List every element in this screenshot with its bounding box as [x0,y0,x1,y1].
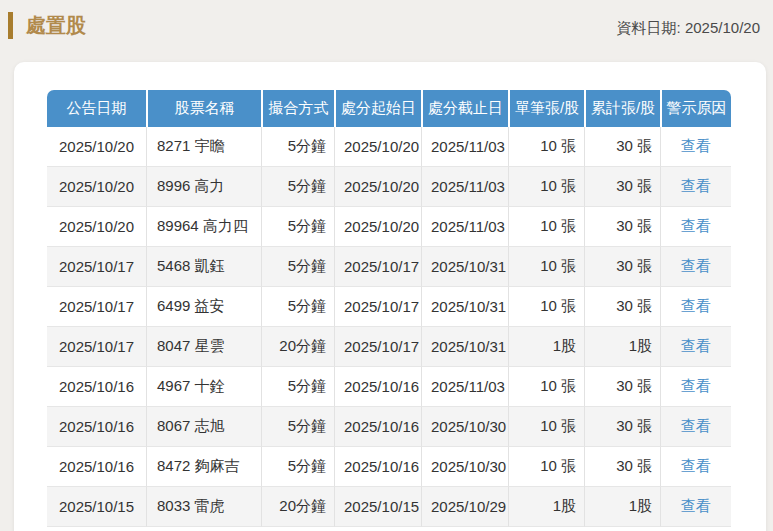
col-header-matching-method: 撮合方式 [261,90,334,127]
disposal-stock-table: 公告日期 股票名稱 撮合方式 處分起始日 處分截止日 單筆張/股 累計張/股 警… [47,90,731,527]
col-header-alert-reason: 警示原因 [660,90,731,127]
page-title: 處置股 [8,10,86,40]
cell-alert-reason: 查看 [660,207,731,247]
view-link[interactable]: 查看 [681,297,711,314]
col-header-disposal-start-date: 處分起始日 [334,90,421,127]
table-row: 2025/10/158033 雷虎20分鐘2025/10/152025/10/2… [47,487,731,527]
cell-alert-reason: 查看 [660,487,731,527]
view-link[interactable]: 查看 [681,217,711,234]
cell-disposal-start-date: 2025/10/20 [334,127,421,167]
cell-announce-date: 2025/10/16 [47,367,146,407]
page-title-text: 處置股 [26,10,86,40]
cell-disposal-end-date: 2025/11/03 [421,167,508,207]
cell-disposal-start-date: 2025/10/20 [334,167,421,207]
table-row: 2025/10/2089964 高力四5分鐘2025/10/202025/11/… [47,207,731,247]
cell-disposal-start-date: 2025/10/16 [334,447,421,487]
cell-cumulative-limit: 30 張 [584,287,660,327]
content-card: 公告日期 股票名稱 撮合方式 處分起始日 處分截止日 單筆張/股 累計張/股 警… [14,62,766,531]
cell-announce-date: 2025/10/20 [47,127,146,167]
cell-disposal-end-date: 2025/10/30 [421,447,508,487]
view-link[interactable]: 查看 [681,457,711,474]
cell-alert-reason: 查看 [660,407,731,447]
cell-matching-method: 5分鐘 [261,127,334,167]
cell-cumulative-limit: 30 張 [584,207,660,247]
cell-disposal-start-date: 2025/10/17 [334,287,421,327]
view-link[interactable]: 查看 [681,417,711,434]
table-row: 2025/10/208996 高力5分鐘2025/10/202025/11/03… [47,167,731,207]
cell-disposal-end-date: 2025/11/03 [421,127,508,167]
cell-announce-date: 2025/10/17 [47,247,146,287]
cell-single-order-limit: 10 張 [508,287,584,327]
col-header-cumulative-limit: 累計張/股 [584,90,660,127]
cell-single-order-limit: 10 張 [508,447,584,487]
cell-cumulative-limit: 30 張 [584,167,660,207]
cell-alert-reason: 查看 [660,447,731,487]
cell-alert-reason: 查看 [660,327,731,367]
top-bar: 處置股 資料日期: 2025/10/20 [0,0,773,40]
cell-matching-method: 5分鐘 [261,447,334,487]
cell-matching-method: 5分鐘 [261,407,334,447]
cell-disposal-start-date: 2025/10/15 [334,487,421,527]
cell-stock-name: 5468 凱鈺 [146,247,261,287]
cell-matching-method: 5分鐘 [261,247,334,287]
col-header-announce-date: 公告日期 [47,90,146,127]
table-row: 2025/10/168472 夠麻吉5分鐘2025/10/162025/10/3… [47,447,731,487]
cell-announce-date: 2025/10/17 [47,287,146,327]
cell-matching-method: 5分鐘 [261,167,334,207]
view-link[interactable]: 查看 [681,177,711,194]
table-row: 2025/10/175468 凱鈺5分鐘2025/10/172025/10/31… [47,247,731,287]
table-body: 2025/10/208271 宇瞻5分鐘2025/10/202025/11/03… [47,127,731,527]
cell-announce-date: 2025/10/17 [47,327,146,367]
view-link[interactable]: 查看 [681,497,711,514]
table-row: 2025/10/168067 志旭5分鐘2025/10/162025/10/30… [47,407,731,447]
cell-disposal-end-date: 2025/11/03 [421,367,508,407]
cell-disposal-end-date: 2025/10/29 [421,487,508,527]
cell-announce-date: 2025/10/16 [47,447,146,487]
view-link[interactable]: 查看 [681,377,711,394]
cell-single-order-limit: 1股 [508,487,584,527]
cell-stock-name: 8047 星雲 [146,327,261,367]
view-link[interactable]: 查看 [681,137,711,154]
view-link[interactable]: 查看 [681,257,711,274]
view-link[interactable]: 查看 [681,337,711,354]
cell-announce-date: 2025/10/20 [47,207,146,247]
cell-single-order-limit: 1股 [508,327,584,367]
cell-matching-method: 5分鐘 [261,367,334,407]
cell-cumulative-limit: 30 張 [584,127,660,167]
table-row: 2025/10/164967 十銓5分鐘2025/10/162025/11/03… [47,367,731,407]
cell-single-order-limit: 10 張 [508,367,584,407]
cell-stock-name: 8996 高力 [146,167,261,207]
table-header-row: 公告日期 股票名稱 撮合方式 處分起始日 處分截止日 單筆張/股 累計張/股 警… [47,90,731,127]
cell-disposal-start-date: 2025/10/16 [334,367,421,407]
cell-disposal-start-date: 2025/10/20 [334,207,421,247]
title-accent-bar [8,12,13,39]
table-row: 2025/10/176499 益安5分鐘2025/10/172025/10/31… [47,287,731,327]
col-header-stock-name: 股票名稱 [146,90,261,127]
cell-announce-date: 2025/10/16 [47,407,146,447]
cell-stock-name: 8033 雷虎 [146,487,261,527]
cell-stock-name: 8472 夠麻吉 [146,447,261,487]
cell-cumulative-limit: 30 張 [584,247,660,287]
cell-disposal-end-date: 2025/11/03 [421,207,508,247]
cell-alert-reason: 查看 [660,287,731,327]
cell-matching-method: 20分鐘 [261,487,334,527]
col-header-single-order-limit: 單筆張/股 [508,90,584,127]
cell-disposal-start-date: 2025/10/16 [334,407,421,447]
cell-alert-reason: 查看 [660,247,731,287]
cell-cumulative-limit: 1股 [584,327,660,367]
cell-alert-reason: 查看 [660,367,731,407]
cell-matching-method: 5分鐘 [261,287,334,327]
cell-stock-name: 6499 益安 [146,287,261,327]
cell-disposal-start-date: 2025/10/17 [334,327,421,367]
cell-disposal-end-date: 2025/10/31 [421,247,508,287]
cell-single-order-limit: 10 張 [508,247,584,287]
cell-disposal-end-date: 2025/10/31 [421,327,508,367]
data-date-label: 資料日期: 2025/10/20 [617,13,760,38]
cell-announce-date: 2025/10/20 [47,167,146,207]
cell-single-order-limit: 10 張 [508,207,584,247]
cell-cumulative-limit: 30 張 [584,447,660,487]
cell-cumulative-limit: 30 張 [584,407,660,447]
cell-disposal-start-date: 2025/10/17 [334,247,421,287]
cell-alert-reason: 查看 [660,127,731,167]
cell-single-order-limit: 10 張 [508,127,584,167]
